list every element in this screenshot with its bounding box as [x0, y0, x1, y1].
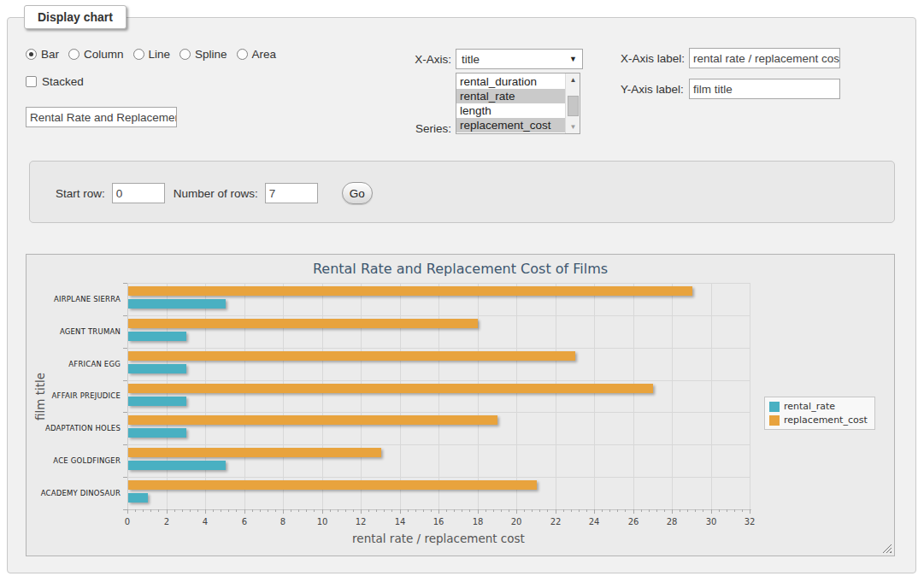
x-major-tick: [244, 509, 245, 514]
radio-label: Line: [149, 48, 171, 61]
legend-swatch-icon: [769, 415, 780, 426]
stacked-checkbox-row[interactable]: Stacked: [26, 75, 84, 88]
x-minor-tick: [306, 509, 307, 512]
x-minor-tick: [221, 509, 221, 512]
x-minor-tick: [260, 509, 261, 512]
x-tick-label-16: 16: [426, 517, 451, 526]
bar-replacement_cost-1: [128, 319, 478, 328]
x-axis-label-input[interactable]: rental rate / replacement cost: [689, 48, 840, 68]
x-minor-tick: [547, 509, 548, 512]
x-major-tick: [283, 509, 284, 514]
x-minor-tick: [197, 509, 198, 512]
x-minor-tick: [423, 509, 424, 512]
scroll-up-icon[interactable]: ▲: [566, 73, 580, 86]
x-minor-tick: [641, 509, 642, 512]
radio-label: Column: [84, 48, 124, 61]
chevron-down-icon: ▼: [569, 55, 577, 63]
gridline-x-4: [205, 283, 206, 509]
gridline-y-0: [127, 283, 750, 284]
x-tick-label-4: 4: [192, 517, 218, 526]
y-tick-mark: [123, 380, 127, 381]
radio-label: Area: [252, 48, 277, 61]
series-option-rental_rate[interactable]: rental_rate: [456, 89, 565, 103]
gridline-x-20: [516, 283, 517, 509]
x-minor-tick: [493, 509, 494, 512]
radio-label: Bar: [41, 48, 59, 61]
x-major-tick: [361, 509, 362, 514]
radio-label: Spline: [195, 48, 227, 61]
radio-icon[interactable]: [26, 49, 37, 60]
x-tick-label-20: 20: [503, 517, 529, 526]
scroll-down-icon[interactable]: ▼: [566, 121, 580, 133]
bar-rental_rate-5: [128, 461, 226, 470]
x-minor-tick: [268, 509, 268, 512]
gridline-y-1: [127, 315, 750, 316]
x-major-tick: [205, 509, 206, 514]
x-minor-tick: [602, 509, 603, 512]
x-minor-tick: [571, 509, 572, 512]
x-minor-tick: [625, 509, 626, 512]
x-axis-select[interactable]: title ▼: [456, 49, 583, 69]
chart-legend: rental_ratereplacement_cost: [764, 397, 875, 430]
bar-replacement_cost-2: [128, 351, 575, 361]
x-tick-label-0: 0: [115, 517, 140, 526]
x-minor-tick: [664, 509, 665, 512]
chart-title-input[interactable]: Rental Rate and Replacement Cost of Film…: [26, 107, 177, 127]
fieldset-legend: Display chart: [24, 5, 127, 29]
start-row-input[interactable]: 0: [112, 183, 165, 203]
x-minor-tick: [135, 509, 136, 512]
radio-area[interactable]: Area: [237, 48, 277, 61]
radio-column[interactable]: Column: [68, 48, 124, 61]
x-minor-tick: [695, 509, 696, 512]
series-option-replacement_cost[interactable]: replacement_cost: [456, 118, 565, 132]
y-axis-label-input[interactable]: film title: [689, 79, 840, 99]
x-minor-tick: [446, 509, 447, 512]
x-minor-tick: [656, 509, 657, 512]
x-tick-label-24: 24: [581, 517, 607, 526]
x-minor-tick: [252, 509, 253, 512]
x-minor-tick: [680, 509, 680, 512]
x-major-tick: [711, 509, 712, 514]
series-scrollbar[interactable]: ▲ ▼: [565, 73, 580, 133]
category-label-6: ACADEMY DINOSAUR: [26, 489, 121, 497]
x-minor-tick: [719, 509, 720, 512]
x-minor-tick: [703, 509, 703, 512]
legend-item-rental_rate[interactable]: rental_rate: [769, 401, 868, 412]
x-minor-tick: [579, 509, 580, 512]
x-tick-label-8: 8: [270, 517, 296, 526]
x-minor-tick: [431, 509, 432, 512]
series-option-rental_duration[interactable]: rental_duration: [456, 74, 565, 89]
series-multiselect[interactable]: rental_durationrental_ratelengthreplacem…: [456, 73, 580, 134]
x-minor-tick: [291, 509, 291, 512]
x-minor-tick: [158, 509, 159, 512]
x-minor-tick: [298, 509, 299, 512]
category-label-5: ACE GOLDFINGER: [26, 456, 121, 465]
radio-spline[interactable]: Spline: [180, 48, 227, 61]
x-axis-select-label: X-Axis:: [402, 53, 451, 66]
x-minor-tick: [314, 509, 315, 512]
x-major-tick: [478, 509, 479, 514]
x-minor-tick: [213, 509, 214, 512]
gridline-x-8: [283, 283, 284, 509]
series-option-length[interactable]: length: [456, 103, 565, 118]
radio-icon[interactable]: [68, 49, 79, 60]
radio-bar[interactable]: Bar: [26, 48, 59, 61]
x-minor-tick: [345, 509, 346, 512]
radio-line[interactable]: Line: [133, 48, 171, 61]
go-button[interactable]: Go: [342, 182, 373, 204]
legend-item-replacement_cost[interactable]: replacement_cost: [769, 414, 868, 426]
gridline-y-2: [127, 348, 750, 349]
radio-icon[interactable]: [133, 49, 144, 60]
checkbox-icon[interactable]: [26, 76, 37, 87]
x-minor-tick: [384, 509, 385, 512]
num-rows-input[interactable]: 7: [265, 183, 318, 203]
x-minor-tick: [368, 509, 369, 512]
radio-icon[interactable]: [180, 49, 191, 60]
resize-handle-icon[interactable]: [882, 544, 892, 553]
x-major-tick: [633, 509, 634, 514]
x-minor-tick: [353, 509, 354, 512]
x-tick-label-14: 14: [387, 517, 413, 526]
radio-icon[interactable]: [237, 49, 248, 60]
scrollbar-thumb[interactable]: [568, 96, 579, 116]
bar-rental_rate-2: [128, 364, 186, 373]
